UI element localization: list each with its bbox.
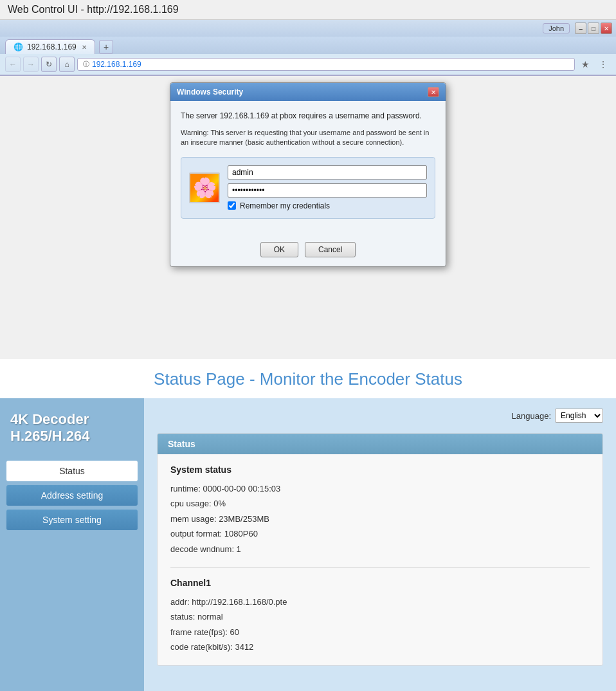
cpu-usage-value: cpu usage: 0%: [170, 496, 590, 511]
tab-favicon: 🌐: [14, 42, 23, 51]
home-button[interactable]: ⌂: [59, 57, 75, 72]
system-status-info: runtime: 0000-00-00 00:15:03 cpu usage: …: [170, 481, 590, 557]
os-title-text: Web Control UI - http://192.168.1.169: [8, 4, 179, 15]
runtime-value: runtime: 0000-00-00 00:15:03: [170, 481, 590, 496]
windows-security-dialog: Windows Security ✕ The server 192.168.1.…: [170, 82, 446, 267]
bookmark-button[interactable]: ★: [577, 57, 593, 72]
dialog-warning: Warning: This server is requesting that …: [181, 128, 435, 148]
dialog-fields: Remember my credentials: [228, 165, 427, 210]
language-select[interactable]: English Chinese: [555, 409, 603, 423]
back-button[interactable]: ←: [5, 57, 21, 72]
dialog-body: The server 192.168.1.169 at pbox require…: [170, 101, 446, 237]
brand-line2: H.265/H.264: [10, 428, 134, 445]
browser-tab[interactable]: 🌐 192.168.1.169 ✕: [5, 39, 95, 54]
ok-button[interactable]: OK: [260, 242, 298, 257]
remember-credentials-checkbox[interactable]: [228, 201, 236, 210]
minimize-button[interactable]: ‒: [575, 23, 586, 34]
os-title-bar: Web Control UI - http://192.168.1.169: [0, 0, 616, 20]
web-app: 4K Decoder H.265/H.264 Status Address se…: [0, 398, 616, 691]
dialog-buttons: OK Cancel: [170, 237, 446, 266]
channel1-title: Channel1: [170, 578, 590, 588]
username-input[interactable]: [228, 165, 427, 180]
sidebar-item-system-setting[interactable]: System setting: [6, 510, 138, 530]
tab-close-icon[interactable]: ✕: [82, 44, 87, 51]
browser-title-bar: John ‒ □ ✕: [0, 20, 616, 37]
new-tab-button[interactable]: +: [99, 40, 113, 54]
output-format-value: output format: 1080P60: [170, 526, 590, 541]
address-info-icon: ⓘ: [83, 60, 89, 69]
browser-user-badge: John: [543, 23, 570, 33]
channel1-frame-rate: frame rate(fps): 60: [170, 625, 590, 640]
browser-menu-button[interactable]: ⋮: [595, 57, 611, 72]
forward-button[interactable]: →: [23, 57, 39, 72]
maximize-button[interactable]: □: [588, 23, 599, 34]
mem-usage-value: mem usage: 23MB/253MB: [170, 511, 590, 526]
system-status-title: System status: [170, 465, 590, 475]
browser-content: Windows Security ✕ The server 192.168.1.…: [0, 76, 616, 359]
tab-label: 192.168.1.169: [27, 42, 77, 51]
address-bar-row: ← → ↻ ⌂ ⓘ 192.168.1.169 ★ ⋮: [0, 54, 616, 75]
decode-wndnum-value: decode wndnum: 1: [170, 542, 590, 557]
divider: [170, 567, 590, 567]
dialog-title-bar: Windows Security ✕: [170, 83, 446, 101]
dialog-credentials: 🌸 Remember my credentials: [181, 157, 435, 219]
avatar: 🌸: [189, 172, 220, 203]
address-text: 192.168.1.169: [92, 60, 141, 69]
language-label: Language:: [512, 411, 551, 421]
dialog-message: The server 192.168.1.169 at pbox require…: [181, 110, 435, 122]
sidebar-item-address-setting[interactable]: Address setting: [6, 485, 138, 506]
dialog-title: Windows Security: [177, 88, 243, 97]
channel1-code-rate: code rate(kbit/s): 3412: [170, 640, 590, 654]
card-body: System status runtime: 0000-00-00 00:15:…: [158, 454, 602, 665]
status-heading-text: Status Page - Monitor the Encoder Status: [154, 369, 462, 389]
browser-chrome: John ‒ □ ✕ 🌐 192.168.1.169 ✕ + ← → ↻ ⌂ ⓘ…: [0, 20, 616, 76]
channel1-status: status: normal: [170, 609, 590, 624]
main-content: Language: English Chinese Status System …: [144, 398, 616, 691]
status-page-heading: Status Page - Monitor the Encoder Status: [0, 359, 616, 398]
cancel-button[interactable]: Cancel: [305, 242, 356, 257]
sidebar-brand: 4K Decoder H.265/H.264: [6, 411, 138, 445]
channel1-info: addr: http://192.168.1.168/0.pte status:…: [170, 594, 590, 655]
refresh-button[interactable]: ↻: [41, 57, 57, 72]
language-bar: Language: English Chinese: [157, 409, 603, 423]
dialog-overlay: Windows Security ✕ The server 192.168.1.…: [0, 76, 616, 359]
channel1-addr: addr: http://192.168.1.168/0.pte: [170, 594, 590, 609]
sidebar: 4K Decoder H.265/H.264 Status Address se…: [0, 398, 144, 691]
password-input[interactable]: [228, 183, 427, 198]
avatar-icon: 🌸: [193, 176, 217, 199]
dialog-close-button[interactable]: ✕: [428, 87, 439, 97]
sidebar-item-status[interactable]: Status: [6, 461, 138, 481]
sidebar-menu: Status Address setting System setting: [6, 461, 138, 530]
remember-credentials-label: Remember my credentials: [240, 201, 330, 210]
remember-credentials-row: Remember my credentials: [228, 201, 427, 210]
address-box[interactable]: ⓘ 192.168.1.169: [77, 58, 575, 71]
status-card: Status System status runtime: 0000-00-00…: [157, 433, 603, 666]
card-header: Status: [158, 434, 602, 454]
tab-bar: 🌐 192.168.1.169 ✕ +: [0, 37, 616, 54]
close-button[interactable]: ✕: [601, 23, 612, 34]
brand-line1: 4K Decoder: [10, 411, 134, 428]
